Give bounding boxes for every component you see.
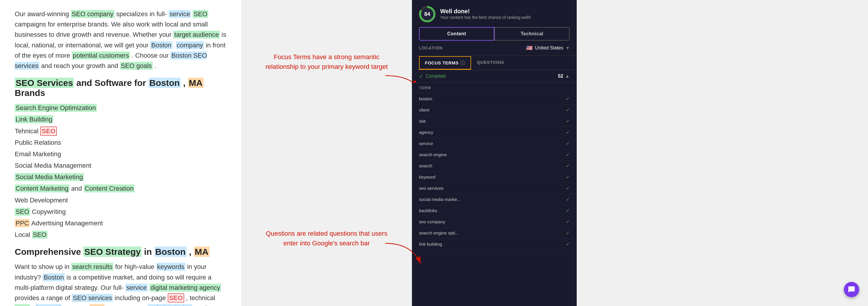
- term-name: social media marke...: [419, 197, 461, 202]
- focus-terms-annotation: Focus Terms have a strong semantic relat…: [265, 52, 389, 71]
- score-circle: 84: [419, 6, 435, 22]
- score-number: 84: [424, 11, 430, 18]
- highlight-seo2: SEO: [15, 208, 30, 216]
- questions-annotation: Questions are related questions that use…: [265, 228, 389, 248]
- location-label: LOCATION: [419, 45, 442, 50]
- tab-focus-terms[interactable]: FOCUS TERMS i: [419, 56, 471, 70]
- term-name: backlinks: [419, 208, 437, 213]
- term-row: boston ✓: [412, 93, 577, 104]
- term-check-icon: ✓: [566, 152, 570, 157]
- chevron-down-icon: ▼: [565, 45, 570, 50]
- content-editor: Our award-winning SEO company specialize…: [0, 0, 241, 306]
- term-row: site ✓: [412, 116, 577, 127]
- term-check-icon: ✓: [566, 219, 570, 224]
- highlight-seo-goals: SEO goals: [120, 62, 153, 70]
- complete-text: Complete: [426, 73, 446, 79]
- highlight-keyword2: keyword: [36, 304, 62, 306]
- highlight-seo: SEO: [193, 10, 208, 18]
- service-item: Web Development: [15, 195, 226, 205]
- term-check-icon: ✓: [566, 118, 570, 124]
- highlight-target-audience: target audience: [173, 31, 220, 38]
- highlight-seo-red: SEO: [40, 126, 57, 135]
- term-check-icon: ✓: [566, 174, 570, 180]
- term-row: social media marke... ✓: [412, 194, 577, 205]
- service-item: SEO Copywriting: [15, 207, 226, 217]
- location-dropdown[interactable]: 🇺🇸 United States ▼: [526, 45, 570, 51]
- term-name: search engine: [419, 152, 447, 157]
- term-check-icon: ✓: [566, 185, 570, 191]
- term-check-icon: ✓: [566, 163, 570, 169]
- location-value-text: United States: [535, 45, 563, 51]
- highlight-website-design: website design: [148, 304, 192, 306]
- service-item: Search Engine Optimization: [15, 103, 226, 113]
- term-name: service: [419, 141, 433, 146]
- highlight-company: company: [176, 41, 204, 49]
- focus-terms-note: Focus Terms have a strong semantic relat…: [265, 52, 389, 71]
- questions-label: QUESTIONS: [477, 60, 504, 65]
- term-row: seo services ✓: [412, 183, 577, 194]
- highlight-potential-customers: potential customers: [72, 52, 130, 59]
- main-tabs[interactable]: Content Technical: [419, 27, 570, 40]
- term-check-icon: ✓: [566, 196, 570, 202]
- us-flag-icon: 🇺🇸: [526, 45, 533, 51]
- panel-header: 84 Well done! Your content has the best …: [412, 0, 577, 40]
- chat-icon: [848, 286, 855, 293]
- highlight-keywords: keywords: [156, 263, 185, 271]
- heading-highlight-ma: MA: [188, 78, 204, 88]
- heading-highlight-strategy: SEO Strategy: [83, 247, 142, 257]
- term-row: search engine ✓: [412, 149, 577, 160]
- chevron-up-icon: ▲: [565, 73, 570, 79]
- term-check-icon: ✓: [566, 230, 570, 236]
- heading-highlight-ma2: MA: [194, 247, 210, 257]
- term-check-icon: ✓: [566, 208, 570, 213]
- service-item: Content Marketing and Content Creation: [15, 183, 226, 193]
- tab-questions[interactable]: QUESTIONS: [471, 56, 510, 70]
- tab-technical[interactable]: Technical: [494, 27, 570, 40]
- highlight-service2: service: [125, 284, 148, 292]
- term-column-header: TERM: [419, 86, 431, 90]
- score-label: Well done!: [440, 8, 531, 15]
- term-name: boston: [419, 96, 432, 101]
- score-text: Well done! Your content has the best cha…: [440, 8, 531, 21]
- highlight-search-results: search results: [71, 263, 113, 271]
- highlight-boston: Boston: [150, 41, 173, 49]
- heading-seo-strategy: Comprehensive SEO Strategy in Boston , M…: [15, 247, 226, 257]
- complete-count: 52: [558, 73, 563, 79]
- heading-highlight-seo-services: SEO Services: [15, 78, 74, 88]
- term-row: search ✓: [412, 160, 577, 172]
- service-item: Email Marketing: [15, 149, 226, 159]
- strategy-paragraph: Want to show up in search results for hi…: [15, 262, 226, 306]
- heading-seo-services: SEO Services and Software for Boston , M…: [15, 78, 226, 98]
- service-item: Local SEO: [15, 230, 226, 240]
- term-name: search: [419, 163, 432, 168]
- term-check-icon: ✓: [566, 141, 570, 146]
- highlight-seo-red2: SEO: [168, 293, 184, 303]
- term-name: client: [419, 108, 429, 113]
- highlight-ppc2: PPC: [89, 304, 104, 306]
- terms-header: TERM: [412, 83, 577, 93]
- tab-content[interactable]: Content: [419, 27, 494, 40]
- service-item: Social Media Marketing: [15, 172, 226, 182]
- term-row: backlinks ✓: [412, 205, 577, 216]
- term-name: seo services: [419, 186, 443, 191]
- heading-highlight-boston: Boston: [149, 78, 181, 88]
- chat-bubble-button[interactable]: [844, 282, 859, 297]
- highlight-seo3: SEO: [15, 304, 30, 306]
- highlight-service: service: [168, 10, 191, 18]
- annotation-area: Focus Terms have a strong semantic relat…: [241, 0, 412, 306]
- terms-table: TERM boston ✓ client ✓ site ✓ agency ✓ s…: [412, 83, 577, 306]
- term-name: seo company: [419, 219, 445, 224]
- right-panel: 84 Well done! Your content has the best …: [412, 0, 577, 306]
- service-item: Public Relations: [15, 137, 226, 148]
- highlight-link-building: Link Building: [15, 115, 53, 123]
- term-name: agency: [419, 130, 433, 135]
- term-check-icon: ✓: [566, 241, 570, 247]
- service-item: Social Media Management: [15, 160, 226, 171]
- term-name: search engine opti...: [419, 231, 459, 235]
- heading-highlight-boston2: Boston: [154, 247, 187, 257]
- term-row: seo company ✓: [412, 216, 577, 227]
- terms-list: boston ✓ client ✓ site ✓ agency ✓ servic…: [412, 93, 577, 250]
- term-check-icon: ✓: [566, 129, 570, 135]
- focus-tabs: FOCUS TERMS i QUESTIONS: [412, 56, 577, 70]
- info-icon: i: [461, 61, 465, 65]
